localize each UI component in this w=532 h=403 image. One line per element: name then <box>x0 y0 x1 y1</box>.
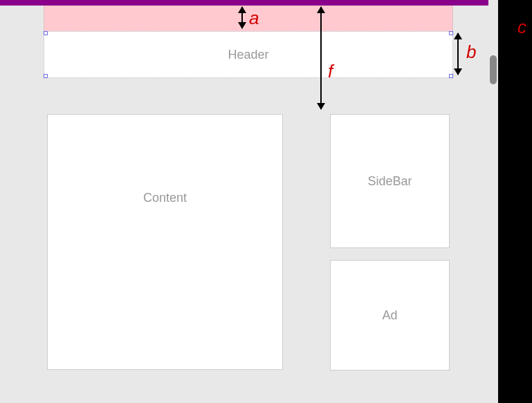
scrollbar-thumb[interactable] <box>490 55 497 84</box>
dimension-arrow-f <box>320 7 322 109</box>
annotation-label-f: f <box>328 61 333 82</box>
annotation-label-c: c <box>517 17 526 38</box>
ad-label: Ad <box>382 308 397 323</box>
annotation-label-a: a <box>249 8 259 29</box>
top-purple-bar <box>0 0 498 6</box>
header-label: Header <box>228 48 268 62</box>
header-box: Header <box>44 31 453 78</box>
dimension-arrow-b <box>457 33 459 75</box>
content-label: Content <box>143 191 187 205</box>
page-viewport: Header Content SideBar Ad <box>0 0 498 403</box>
sidebar-label: SideBar <box>367 174 412 189</box>
selection-handle-top-left[interactable] <box>44 31 48 35</box>
dimension-arrow-a <box>241 7 243 28</box>
selection-handle-bottom-left[interactable] <box>44 74 48 78</box>
selection-handle-bottom-right[interactable] <box>449 74 453 78</box>
selection-handle-top-right[interactable] <box>449 31 453 35</box>
ad-box: Ad <box>330 260 450 371</box>
margin-highlight-band <box>44 6 453 31</box>
content-box: Content <box>47 114 283 370</box>
sidebar-box: SideBar <box>330 114 450 248</box>
annotation-label-b: b <box>466 41 476 63</box>
